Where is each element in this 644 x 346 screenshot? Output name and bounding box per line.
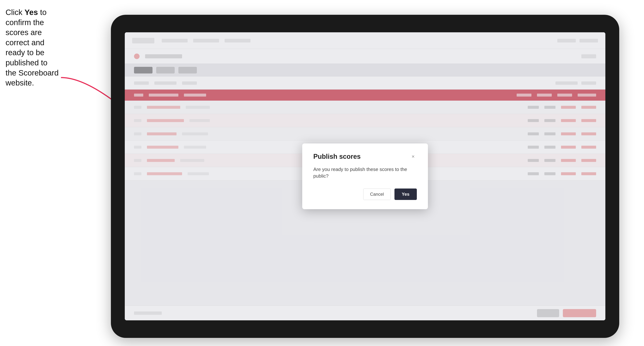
modal-backdrop: Publish scores × Are you ready to publis… [125,32,605,320]
instruction-rest: to confirm the scores are correct and re… [6,8,58,87]
modal-footer: Cancel Yes [313,188,417,200]
tablet-frame: Publish scores × Are you ready to publis… [111,15,619,338]
tablet-screen: Publish scores × Are you ready to publis… [125,32,605,320]
modal-close-button[interactable]: × [410,153,417,160]
publish-scores-modal: Publish scores × Are you ready to publis… [302,144,428,209]
yes-button[interactable]: Yes [394,188,417,200]
modal-body: Are you ready to publish these scores to… [313,166,417,179]
cancel-button[interactable]: Cancel [363,188,391,200]
modal-title: Publish scores [313,153,361,161]
instruction-bold: Yes [24,8,38,17]
modal-header: Publish scores × [313,153,417,161]
instruction-text: Click Yes to confirm the scores are corr… [6,7,59,88]
